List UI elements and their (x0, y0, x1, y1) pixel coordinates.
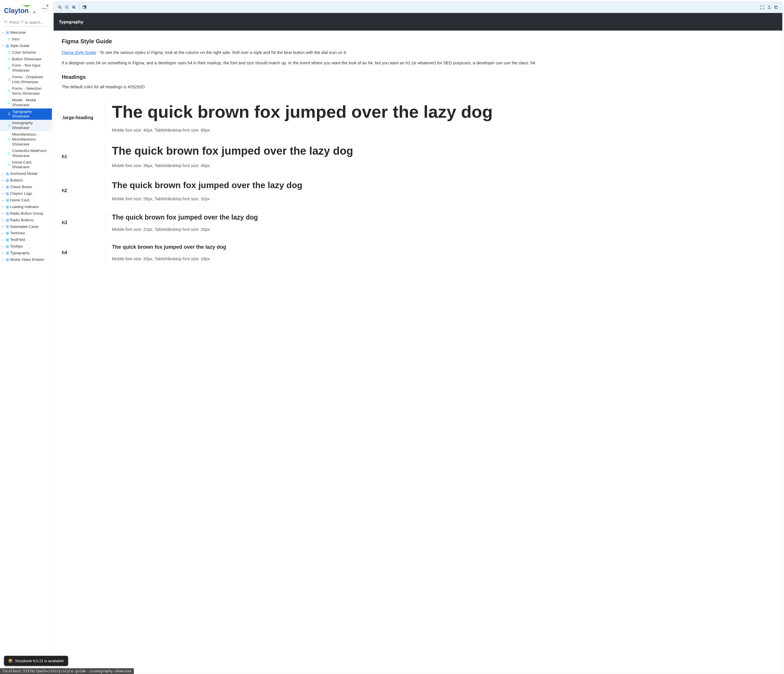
story-icon (8, 89, 11, 93)
specimen-text: The quick brown fox jumped over the lazy… (112, 103, 774, 121)
typography-row: h2The quick brown fox jumped over the la… (62, 181, 774, 201)
svg-rect-53 (8, 239, 8, 240)
svg-rect-67 (8, 260, 8, 261)
tree-group[interactable]: ▸Check Boxes (0, 184, 52, 190)
main: Typography Figma Style Guide Figma Style… (52, 0, 784, 674)
caret-icon: ▸ (2, 232, 4, 235)
tree-story[interactable]: Modal - Modal Showcase (0, 97, 52, 109)
specimen-meta: Mobile font size: 22px, Tablet/desktop f… (112, 227, 774, 232)
tree-group[interactable]: ▸Loading Indicator (0, 204, 52, 210)
tree-group-label: TextArea (10, 231, 50, 236)
tree-story[interactable]: Button Showcase (0, 56, 52, 62)
component-icon (5, 219, 9, 222)
component-icon (5, 205, 9, 209)
background-toggle-button[interactable] (81, 4, 88, 11)
caret-icon: ▸ (2, 225, 4, 229)
update-toast[interactable]: 📦 Storybook 6.0.21 is available! (4, 656, 68, 666)
story-icon (8, 66, 11, 70)
caret-icon: ▸ (2, 172, 4, 176)
tree-story-label: Form - Text Input Showcase (12, 63, 50, 73)
svg-rect-19 (8, 181, 8, 182)
svg-rect-65 (8, 258, 8, 259)
tree-group[interactable]: ▸Tooltips (0, 243, 52, 250)
tree-story-label: Forms - Selection Items Showcase (12, 86, 50, 96)
svg-rect-55 (8, 240, 8, 241)
tree-story[interactable]: Forms - Selection Items Showcase (0, 86, 52, 97)
open-new-tab-button[interactable] (765, 4, 773, 11)
typography-row: h3The quick brown fox jumped over the la… (62, 214, 774, 232)
tree-group[interactable]: ▸Wistia Video Embed (0, 257, 52, 263)
tree-story-label: Button Showcase (12, 57, 50, 62)
svg-rect-34 (6, 207, 7, 208)
tree-story-label: Typography Showcase (12, 109, 50, 119)
svg-rect-39 (8, 214, 8, 215)
tree-story[interactable]: Home Card Showcase (0, 159, 52, 171)
tree-story-label: Intro (12, 37, 50, 42)
svg-rect-13 (8, 173, 8, 174)
tree-group[interactable]: ▾Style Guide (0, 43, 52, 49)
component-icon (5, 258, 9, 262)
tree-group-label: Check Boxes (10, 185, 50, 190)
brand-area: Clayton ••• (0, 0, 52, 18)
svg-rect-8 (6, 45, 7, 45)
zoom-in-button[interactable] (56, 4, 64, 11)
tree-story[interactable]: Form - Text Input Showcase (0, 62, 52, 74)
tree-group[interactable]: ▸TextField (0, 237, 52, 243)
svg-rect-28 (6, 199, 7, 200)
nav-tree: ▾WelcomeIntro▾Style GuideColor SchemeBut… (0, 28, 52, 266)
tree-group[interactable]: ▸Home Card (0, 197, 52, 204)
specimen-meta: Mobile font size: 40px, Tablet/desktop f… (112, 128, 774, 132)
tree-story-label: Home Card Showcase (12, 160, 50, 170)
story-icon (8, 51, 11, 54)
svg-rect-12 (6, 173, 7, 174)
specimen-meta: Mobile font size: 26px, Tablet/desktop f… (112, 196, 774, 201)
svg-rect-36 (6, 212, 7, 213)
zoom-out-button[interactable] (64, 4, 70, 11)
tree-story[interactable]: Miscellaneous - Miscellaneous Showcase (0, 131, 52, 148)
divider (105, 103, 106, 132)
tree-story[interactable]: Forms - Dropdown Lists Showcase (0, 74, 52, 86)
story-icon (8, 58, 11, 61)
zoom-reset-button[interactable] (70, 4, 77, 11)
component-icon (5, 245, 9, 248)
tree-story[interactable]: Contentful WebForm Showcase (0, 148, 52, 159)
caret-icon: ▸ (2, 179, 4, 182)
figma-style-guide-link[interactable]: Figma Style Guide (62, 50, 96, 55)
tree-group-label: Loading Indicator (10, 205, 50, 210)
story-icon (8, 112, 11, 116)
svg-rect-56 (6, 245, 7, 246)
tree-group[interactable]: ▸Radio Buttons (0, 217, 52, 224)
tree-group[interactable]: ▸Selectable Cards (0, 224, 52, 230)
tree-group[interactable]: ▸Buttons (0, 177, 52, 184)
caret-icon: ▸ (2, 218, 4, 222)
typography-row-label: h4 (62, 244, 101, 261)
copy-link-button[interactable] (773, 4, 779, 11)
tree-group[interactable]: ▸Typography (0, 250, 52, 257)
typography-sample: The quick brown fox jumped over the lazy… (110, 103, 774, 132)
tree-story-label: Contentful WebForm Showcase (12, 149, 50, 159)
tree-story[interactable]: Typography Showcase (0, 109, 52, 120)
tree-story[interactable]: Intro (0, 36, 52, 43)
svg-rect-47 (8, 227, 8, 228)
search-input[interactable] (9, 20, 48, 25)
tree-group[interactable]: ▾Welcome (0, 30, 52, 36)
svg-rect-64 (6, 258, 7, 259)
section-figma-heading: Figma Style Guide (62, 38, 774, 45)
tree-group[interactable]: ▸Anchored Modal (0, 171, 52, 177)
tree-story[interactable]: Color Scheme (0, 49, 52, 56)
svg-rect-26 (6, 194, 7, 195)
component-icon (5, 225, 9, 228)
tree-story[interactable]: Iconography Showcase (0, 120, 52, 131)
svg-rect-62 (6, 253, 7, 254)
package-icon: 📦 (8, 659, 13, 663)
tree-group-label: Buttons (10, 178, 50, 183)
svg-rect-17 (8, 179, 8, 181)
tree-group[interactable]: ▸TextArea (0, 230, 52, 237)
fullscreen-button[interactable] (759, 4, 765, 11)
tree-group[interactable]: ▸Clayton Logo (0, 190, 52, 197)
tree-group-label: TextField (10, 237, 50, 242)
svg-rect-37 (8, 212, 8, 213)
sidebar-menu-button[interactable]: ••• (41, 5, 48, 12)
tree-story-label: Color Scheme (12, 50, 50, 55)
tree-group[interactable]: ▸Radio Button Group (0, 210, 52, 217)
